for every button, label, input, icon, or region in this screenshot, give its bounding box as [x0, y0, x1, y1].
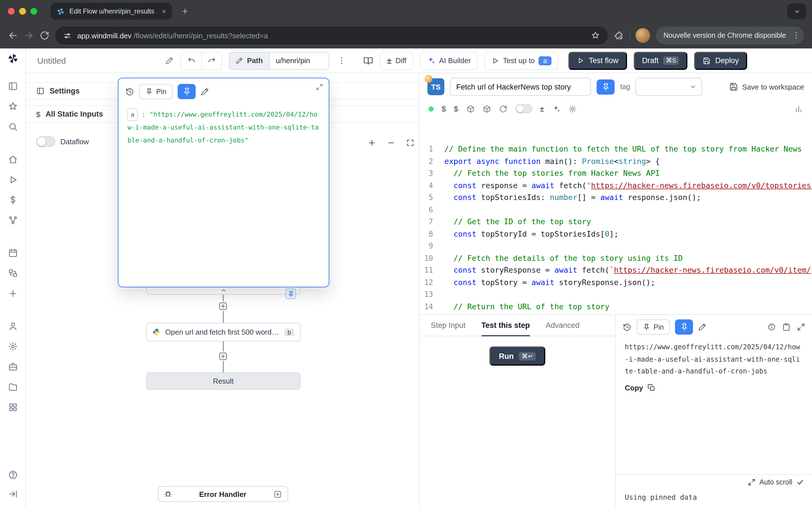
info-icon[interactable] — [767, 323, 776, 331]
check-icon[interactable] — [796, 478, 804, 486]
tab-advanced[interactable]: Advanced — [546, 315, 579, 336]
pinned-toggle-button[interactable] — [597, 79, 615, 94]
home-icon[interactable] — [8, 154, 18, 165]
code-line[interactable]: 2export async function main(): Promise<s… — [419, 155, 812, 167]
error-handler-node[interactable]: Error Handler — [158, 486, 288, 502]
fullscreen-logs-icon[interactable] — [748, 478, 755, 486]
code-line[interactable]: 5 const topStoriesIds: number[] = await … — [419, 191, 812, 204]
new-tab-button[interactable] — [177, 4, 192, 18]
variables-picker-icon[interactable]: $ — [442, 104, 446, 113]
search-icon[interactable] — [8, 122, 18, 132]
package-icon[interactable] — [466, 105, 474, 113]
variables-icon[interactable] — [8, 195, 18, 205]
zoom-window-button[interactable] — [31, 8, 37, 15]
clipboard-icon[interactable] — [782, 323, 791, 331]
code-line[interactable]: 1// Define the main function to fetch th… — [419, 143, 812, 155]
browser-tab[interactable]: Edit Flow u/henri/pin_results × — [51, 3, 172, 20]
add-error-handler-icon[interactable] — [273, 490, 282, 498]
insert-step-button[interactable] — [218, 351, 228, 361]
tab-step-input[interactable]: Step Input — [431, 315, 465, 336]
test-flow-button[interactable]: Test flow — [568, 52, 627, 69]
favorites-star-icon[interactable] — [8, 101, 18, 112]
result-node[interactable]: Result — [146, 372, 301, 390]
pinned-json-viewer[interactable]: a : "https://www.geoffreylitt.com/2025/0… — [125, 108, 322, 147]
step-summary-input[interactable]: Fetch url of HackerNews top story — [450, 78, 591, 96]
chrome-update-button[interactable]: Nouvelle version de Chrome disponible — [656, 26, 804, 45]
dataflow-toggle[interactable] — [36, 136, 55, 147]
run-button[interactable]: Run ⌘↵ — [490, 346, 546, 365]
back-icon[interactable] — [8, 31, 18, 41]
pinned-toggle-button[interactable] — [177, 84, 196, 99]
code-line[interactable]: 13 — [419, 288, 812, 300]
package-icon[interactable] — [483, 105, 491, 113]
edit-pin-pencil-icon[interactable] — [698, 323, 707, 331]
site-settings-icon[interactable] — [63, 31, 71, 40]
edit-title-pencil-icon[interactable] — [165, 56, 174, 65]
expand-result-icon[interactable] — [797, 323, 805, 331]
code-line[interactable]: 10 // Fetch the details of the top story… — [419, 252, 812, 264]
collapse-rail-icon[interactable] — [8, 489, 18, 499]
bookmark-star-icon[interactable] — [591, 31, 600, 40]
redo-button[interactable] — [201, 52, 221, 69]
add-icon[interactable] — [8, 288, 18, 298]
draft-button[interactable]: Draft ⌘S — [633, 52, 688, 69]
code-editor[interactable]: 1// Define the main function to fetch th… — [419, 117, 812, 314]
zoom-in-button[interactable] — [364, 135, 379, 150]
zoom-out-button[interactable] — [384, 135, 398, 150]
resources-picker-icon[interactable]: $ — [454, 104, 458, 113]
apps-grid-icon[interactable] — [8, 402, 18, 412]
history-icon[interactable] — [622, 323, 631, 332]
deploy-button[interactable]: Deploy — [695, 52, 748, 69]
pinned-result-value[interactable]: https://www.geoffreylitt.com/2025/04/12/… — [616, 339, 812, 378]
windmill-logo-icon[interactable] — [7, 53, 18, 64]
more-options-icon[interactable] — [337, 56, 346, 65]
insert-step-button[interactable] — [218, 301, 228, 311]
pinned-step-indicator[interactable] — [285, 288, 296, 299]
code-line[interactable]: 9 — [419, 240, 812, 252]
workers-icon[interactable] — [8, 362, 18, 372]
ai-wand-icon[interactable] — [552, 105, 560, 113]
collapse-node-icon[interactable] — [220, 287, 227, 294]
assistants-stats-icon[interactable] — [795, 105, 803, 113]
edit-pin-pencil-icon[interactable] — [201, 87, 209, 96]
tab-close-icon[interactable]: × — [162, 7, 166, 16]
diff-button[interactable]: ± Diff — [380, 52, 413, 69]
panels-icon[interactable] — [8, 81, 18, 91]
code-line[interactable]: 12 const topStory = await storyResponse.… — [419, 276, 812, 288]
profile-avatar[interactable] — [635, 28, 650, 43]
code-line[interactable]: 11 const storyResponse = await fetch(`ht… — [419, 264, 812, 276]
tab-search-button[interactable] — [787, 3, 806, 19]
path-button[interactable]: Path — [230, 52, 269, 69]
expand-popup-icon[interactable] — [316, 83, 323, 93]
resources-icon[interactable] — [8, 215, 18, 225]
close-window-button[interactable] — [8, 8, 15, 15]
schedules-icon[interactable] — [8, 248, 18, 258]
flow-title[interactable]: Untitled — [33, 56, 174, 65]
code-line[interactable]: 7 // Get the ID of the top story — [419, 216, 812, 228]
reload-icon[interactable] — [40, 31, 50, 41]
pinned-toggle-button[interactable] — [675, 320, 693, 335]
test-up-to-step-badge[interactable]: a — [539, 56, 552, 65]
minimize-window-button[interactable] — [19, 8, 26, 15]
history-icon[interactable] — [125, 87, 134, 96]
step-b-node[interactable]: Open url and fetch first 500 words of ..… — [146, 323, 301, 341]
tab-test-this-step[interactable]: Test this step — [481, 315, 530, 336]
reload-code-icon[interactable] — [499, 105, 507, 113]
browser-menu-icon[interactable] — [792, 31, 801, 40]
diff-mode-icon[interactable]: ± — [540, 105, 544, 113]
users-icon[interactable] — [8, 321, 18, 331]
pin-button[interactable]: Pin — [637, 320, 670, 335]
code-line[interactable]: 3 // Fetch the top stories from Hacker N… — [419, 167, 812, 179]
test-up-to-button[interactable]: Test up to a — [485, 52, 558, 69]
folders-icon[interactable] — [8, 382, 18, 392]
code-line[interactable]: 8 const topStoryId = topStoriesIds[0]; — [419, 228, 812, 240]
copy-result-button[interactable]: Copy — [616, 378, 812, 398]
fit-view-button[interactable] — [403, 135, 417, 150]
path-value[interactable]: u/henri/pin — [269, 52, 329, 69]
code-line[interactable]: 4 const response = await fetch('https://… — [419, 179, 812, 191]
url-bar[interactable]: app.windmill.dev/flows/edit/u/henri/pin_… — [55, 26, 608, 45]
integrations-icon[interactable] — [8, 268, 18, 278]
help-icon[interactable] — [8, 470, 18, 480]
pin-button[interactable]: Pin — [139, 84, 172, 99]
runs-icon[interactable] — [8, 175, 18, 185]
